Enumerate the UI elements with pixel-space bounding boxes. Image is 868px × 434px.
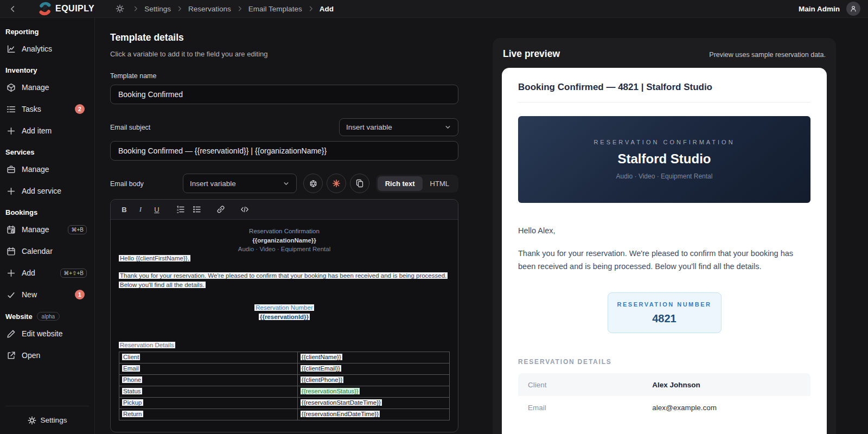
- rich-text-editor[interactable]: B I U Reservation Confirmation {{organiz…: [110, 199, 458, 432]
- row-variable: {{clientName}}: [301, 354, 342, 360]
- sidebar-item-open-website[interactable]: Open: [5, 344, 89, 366]
- brand-logo[interactable]: EQUIPLY: [38, 2, 94, 16]
- breadcrumb-settings[interactable]: Settings: [144, 5, 171, 13]
- row-variable-status: {{reservationStatus}}: [301, 388, 360, 394]
- sidebar-item-add-booking[interactable]: Add ⌘+⇧+B: [5, 262, 89, 284]
- preview-note: Preview uses sample reservation data.: [709, 51, 826, 59]
- preview-eyebrow: RESERVATION CONFIRMATION: [593, 139, 735, 145]
- sidebar-header-bookings: Bookings: [5, 208, 89, 216]
- ordered-list-button[interactable]: [174, 202, 188, 216]
- link-button[interactable]: [214, 202, 228, 216]
- mode-html[interactable]: HTML: [423, 176, 457, 191]
- bold-button[interactable]: B: [117, 202, 131, 216]
- sidebar-header-reporting: Reporting: [5, 28, 89, 36]
- mode-rich-text[interactable]: Rich text: [378, 176, 423, 191]
- preview-greeting: Hello Alex,: [518, 226, 810, 235]
- editor-details-heading: Reservation Details: [119, 341, 450, 350]
- sidebar-item-label: Manage: [22, 225, 49, 234]
- plus-icon: [7, 126, 16, 136]
- editor-tagline: Audio · Video · Equipment Rental: [119, 245, 450, 254]
- table-row: Status {{reservationStatus}}: [119, 386, 450, 397]
- calendar-icon: [7, 247, 16, 256]
- sidebar-item-calendar[interactable]: Calendar: [5, 240, 89, 262]
- body-insert-variable-select[interactable]: Insert variable: [183, 174, 297, 193]
- sidebar-item-add-service[interactable]: Add service: [5, 180, 89, 202]
- preview-details-table: Client Alex Johnson Email alex@example.c…: [518, 373, 810, 419]
- template-name-input[interactable]: [110, 85, 458, 104]
- table-row: Pickup {{reservationStartDateTime}}: [119, 397, 450, 409]
- editor-content[interactable]: Reservation Confirmation {{organizationN…: [111, 220, 458, 427]
- back-button[interactable]: [5, 2, 20, 16]
- sidebar-item-new-bookings[interactable]: New 1: [5, 284, 89, 305]
- divider: [518, 102, 810, 103]
- table-row: Email alex@example.com: [518, 396, 810, 419]
- row-label: Return: [122, 411, 143, 417]
- ai-claude-button[interactable]: [327, 174, 346, 193]
- brand-name: EQUIPLY: [55, 4, 94, 14]
- editor-paragraph: Thank you for your reservation. We're pl…: [119, 271, 450, 289]
- chevron-left-icon: [9, 5, 17, 13]
- breadcrumb-add: Add: [320, 5, 334, 13]
- table-row: Email {{clientEmail}}: [119, 363, 450, 374]
- row-label: Phone: [122, 376, 142, 383]
- row-value: Alex Johnson: [652, 381, 810, 389]
- chevron-right-icon: [132, 5, 139, 12]
- copy-template-button[interactable]: [350, 174, 369, 193]
- keyboard-shortcut-badge: ⌘+⇧+B: [60, 269, 87, 278]
- sidebar-item-analytics[interactable]: Analytics: [5, 38, 89, 60]
- check-icon: [7, 290, 16, 299]
- select-value: Insert variable: [190, 180, 236, 188]
- user-avatar[interactable]: [846, 2, 860, 16]
- openai-icon: [309, 179, 318, 188]
- briefcase-icon: [7, 165, 16, 174]
- preview-title: Live preview: [503, 48, 560, 60]
- sidebar-item-inventory-manage[interactable]: Manage: [5, 76, 89, 98]
- gear-icon: [116, 4, 124, 13]
- plus-icon: [7, 187, 16, 196]
- preview-paragraph: Thank you for your reservation. We're pl…: [518, 247, 810, 273]
- reservation-number-value: 4821: [608, 312, 721, 325]
- sidebar-item-services-manage[interactable]: Manage: [5, 158, 89, 180]
- sidebar-header-services: Services: [5, 148, 89, 156]
- row-variable: {{clientPhone}}: [301, 376, 343, 383]
- sidebar-item-label: Open: [22, 351, 40, 360]
- email-preview-card: Booking Confirmed — 4821 | Stalford Stud…: [502, 68, 827, 434]
- sidebar-header-website: Website alpha: [5, 312, 89, 321]
- preview-hero-banner: RESERVATION CONFIRMATION Stalford Studio…: [518, 116, 810, 203]
- sidebar-item-add-item[interactable]: Add item: [5, 120, 89, 142]
- new-bookings-count-badge: 1: [75, 290, 85, 299]
- sidebar-item-label: New: [22, 290, 37, 299]
- breadcrumb-email-templates[interactable]: Email Templates: [248, 5, 302, 13]
- row-label: Email: [528, 404, 652, 412]
- page-subtitle: Click a variable to add it to the field …: [110, 50, 458, 58]
- template-form: Template details Click a variable to add…: [95, 18, 458, 434]
- italic-button[interactable]: I: [133, 202, 148, 216]
- editor-toolbar: B I U: [111, 200, 458, 220]
- sidebar-item-label: Add: [22, 269, 35, 277]
- sidebar-settings-button[interactable]: Settings: [5, 406, 89, 434]
- sidebar-item-tasks[interactable]: Tasks 2: [5, 98, 89, 120]
- chevron-down-icon: [444, 124, 451, 131]
- keyboard-shortcut-badge: ⌘+B: [68, 225, 87, 234]
- person-icon: [850, 5, 857, 12]
- sidebar-item-bookings-manage[interactable]: Manage ⌘+B: [5, 219, 89, 240]
- breadcrumb-gear-button[interactable]: [113, 2, 127, 16]
- bullet-list-button[interactable]: [190, 202, 204, 216]
- email-body-label: Email body: [110, 180, 144, 188]
- plus-icon: [7, 269, 16, 278]
- sidebar-item-edit-website[interactable]: Edit website: [5, 323, 89, 344]
- preview-details-heading: RESERVATION DETAILS: [518, 358, 810, 366]
- editor-heading: Reservation Confirmation: [119, 227, 450, 236]
- user-name: Main Admin: [799, 5, 840, 13]
- breadcrumb-reservations[interactable]: Reservations: [188, 5, 231, 13]
- row-variable: {{clientEmail}}: [301, 365, 341, 372]
- underline-button[interactable]: U: [150, 202, 164, 216]
- copy-icon: [355, 179, 364, 188]
- analytics-icon: [7, 44, 16, 54]
- preview-tagline: Audio · Video · Equipment Rental: [616, 173, 713, 180]
- subject-insert-variable-select[interactable]: Insert variable: [339, 118, 458, 136]
- email-subject-input[interactable]: [110, 141, 458, 161]
- external-link-icon: [7, 351, 16, 360]
- ai-openai-button[interactable]: [303, 174, 323, 193]
- code-button[interactable]: [238, 202, 252, 216]
